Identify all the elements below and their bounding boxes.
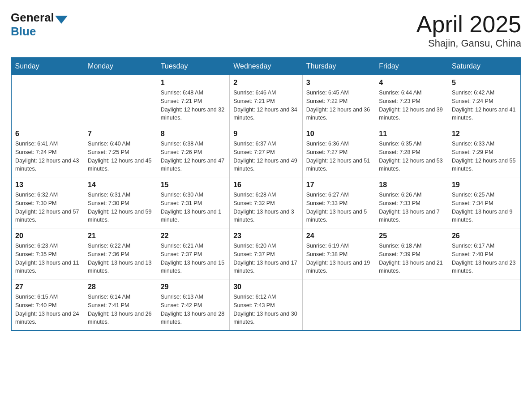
day-number: 26 [452,232,517,240]
day-number: 16 [233,181,299,189]
calendar-cell: 27Sunrise: 6:15 AMSunset: 7:40 PMDayligh… [11,279,84,331]
calendar-cell: 6Sunrise: 6:41 AMSunset: 7:24 PMDaylight… [11,126,84,177]
logo-arrow-icon [55,16,68,24]
day-info: Sunrise: 6:22 AMSunset: 7:36 PMDaylight:… [88,242,153,275]
day-number: 5 [452,79,517,87]
header-cell-friday: Friday [375,58,448,75]
calendar-cell [375,279,448,331]
day-info: Sunrise: 6:31 AMSunset: 7:30 PMDaylight:… [88,191,153,224]
title-block: April 2025 Shajin, Gansu, China [416,11,521,49]
day-number: 21 [88,232,153,240]
day-info: Sunrise: 6:40 AMSunset: 7:25 PMDaylight:… [88,140,153,173]
day-number: 23 [233,232,299,240]
day-number: 18 [379,181,444,189]
day-number: 8 [161,130,226,138]
day-number: 10 [306,130,372,138]
day-info: Sunrise: 6:20 AMSunset: 7:37 PMDaylight:… [233,242,299,275]
calendar-cell: 28Sunrise: 6:14 AMSunset: 7:41 PMDayligh… [84,279,157,331]
calendar-cell [302,279,375,331]
calendar-cell: 19Sunrise: 6:25 AMSunset: 7:34 PMDayligh… [448,177,521,228]
day-number: 11 [379,130,444,138]
logo: General Blue [11,11,69,39]
day-number: 2 [233,79,299,87]
day-info: Sunrise: 6:13 AMSunset: 7:42 PMDaylight:… [161,293,226,326]
month-title: April 2025 [416,11,521,38]
day-info: Sunrise: 6:27 AMSunset: 7:33 PMDaylight:… [306,191,372,224]
calendar-cell: 3Sunrise: 6:45 AMSunset: 7:22 PMDaylight… [302,75,375,126]
day-number: 17 [306,181,372,189]
day-info: Sunrise: 6:12 AMSunset: 7:43 PMDaylight:… [233,293,299,326]
day-number: 7 [88,130,153,138]
day-info: Sunrise: 6:26 AMSunset: 7:33 PMDaylight:… [379,191,444,224]
day-info: Sunrise: 6:33 AMSunset: 7:29 PMDaylight:… [452,140,517,173]
day-info: Sunrise: 6:28 AMSunset: 7:32 PMDaylight:… [233,191,299,224]
day-info: Sunrise: 6:21 AMSunset: 7:37 PMDaylight:… [161,242,226,275]
day-number: 29 [161,283,226,291]
day-number: 30 [233,283,299,291]
calendar-cell: 11Sunrise: 6:35 AMSunset: 7:28 PMDayligh… [375,126,448,177]
day-number: 1 [161,79,226,87]
day-number: 12 [452,130,517,138]
calendar-header: SundayMondayTuesdayWednesdayThursdayFrid… [11,58,521,75]
day-info: Sunrise: 6:30 AMSunset: 7:31 PMDaylight:… [161,191,226,224]
calendar-cell: 15Sunrise: 6:30 AMSunset: 7:31 PMDayligh… [157,177,230,228]
day-info: Sunrise: 6:42 AMSunset: 7:24 PMDaylight:… [452,89,517,122]
calendar-week-row: 27Sunrise: 6:15 AMSunset: 7:40 PMDayligh… [11,279,521,331]
calendar-cell: 30Sunrise: 6:12 AMSunset: 7:43 PMDayligh… [230,279,303,331]
day-info: Sunrise: 6:17 AMSunset: 7:40 PMDaylight:… [452,242,517,275]
day-number: 25 [379,232,444,240]
calendar-cell: 17Sunrise: 6:27 AMSunset: 7:33 PMDayligh… [302,177,375,228]
calendar-cell: 8Sunrise: 6:38 AMSunset: 7:26 PMDaylight… [157,126,230,177]
day-info: Sunrise: 6:32 AMSunset: 7:30 PMDaylight:… [15,191,80,224]
calendar-cell: 29Sunrise: 6:13 AMSunset: 7:42 PMDayligh… [157,279,230,331]
calendar-cell: 26Sunrise: 6:17 AMSunset: 7:40 PMDayligh… [448,228,521,279]
calendar-cell: 21Sunrise: 6:22 AMSunset: 7:36 PMDayligh… [84,228,157,279]
day-number: 6 [15,130,80,138]
day-number: 22 [161,232,226,240]
logo-general-text: General [11,11,54,25]
header-cell-thursday: Thursday [302,58,375,75]
day-number: 27 [15,283,80,291]
day-info: Sunrise: 6:48 AMSunset: 7:21 PMDaylight:… [161,89,226,122]
calendar-cell [84,75,157,126]
header-cell-sunday: Sunday [11,58,84,75]
day-number: 20 [15,232,80,240]
calendar-cell: 24Sunrise: 6:19 AMSunset: 7:38 PMDayligh… [302,228,375,279]
day-info: Sunrise: 6:38 AMSunset: 7:26 PMDaylight:… [161,140,226,173]
calendar-cell: 12Sunrise: 6:33 AMSunset: 7:29 PMDayligh… [448,126,521,177]
day-number: 15 [161,181,226,189]
calendar-cell: 22Sunrise: 6:21 AMSunset: 7:37 PMDayligh… [157,228,230,279]
day-number: 14 [88,181,153,189]
day-info: Sunrise: 6:37 AMSunset: 7:27 PMDaylight:… [233,140,299,173]
calendar-cell: 9Sunrise: 6:37 AMSunset: 7:27 PMDaylight… [230,126,303,177]
day-info: Sunrise: 6:25 AMSunset: 7:34 PMDaylight:… [452,191,517,224]
day-number: 28 [88,283,153,291]
day-info: Sunrise: 6:14 AMSunset: 7:41 PMDaylight:… [88,293,153,326]
calendar-cell [448,279,521,331]
calendar-cell: 13Sunrise: 6:32 AMSunset: 7:30 PMDayligh… [11,177,84,228]
location-title: Shajin, Gansu, China [416,38,521,49]
calendar-table: SundayMondayTuesdayWednesdayThursdayFrid… [11,57,521,331]
calendar-body: 1Sunrise: 6:48 AMSunset: 7:21 PMDaylight… [11,75,521,331]
calendar-cell: 2Sunrise: 6:46 AMSunset: 7:21 PMDaylight… [230,75,303,126]
calendar-cell: 14Sunrise: 6:31 AMSunset: 7:30 PMDayligh… [84,177,157,228]
logo-blue-text: Blue [11,25,36,38]
day-info: Sunrise: 6:41 AMSunset: 7:24 PMDaylight:… [15,140,80,173]
calendar-cell: 20Sunrise: 6:23 AMSunset: 7:35 PMDayligh… [11,228,84,279]
calendar-cell: 16Sunrise: 6:28 AMSunset: 7:32 PMDayligh… [230,177,303,228]
header-row: SundayMondayTuesdayWednesdayThursdayFrid… [11,58,521,75]
calendar-week-row: 20Sunrise: 6:23 AMSunset: 7:35 PMDayligh… [11,228,521,279]
day-info: Sunrise: 6:18 AMSunset: 7:39 PMDaylight:… [379,242,444,275]
calendar-cell: 18Sunrise: 6:26 AMSunset: 7:33 PMDayligh… [375,177,448,228]
calendar-cell: 25Sunrise: 6:18 AMSunset: 7:39 PMDayligh… [375,228,448,279]
day-number: 13 [15,181,80,189]
day-number: 3 [306,79,372,87]
day-info: Sunrise: 6:19 AMSunset: 7:38 PMDaylight:… [306,242,372,275]
calendar-cell: 5Sunrise: 6:42 AMSunset: 7:24 PMDaylight… [448,75,521,126]
calendar-week-row: 13Sunrise: 6:32 AMSunset: 7:30 PMDayligh… [11,177,521,228]
day-number: 4 [379,79,444,87]
day-info: Sunrise: 6:35 AMSunset: 7:28 PMDaylight:… [379,140,444,173]
day-info: Sunrise: 6:23 AMSunset: 7:35 PMDaylight:… [15,242,80,275]
day-info: Sunrise: 6:44 AMSunset: 7:23 PMDaylight:… [379,89,444,122]
calendar-cell: 23Sunrise: 6:20 AMSunset: 7:37 PMDayligh… [230,228,303,279]
